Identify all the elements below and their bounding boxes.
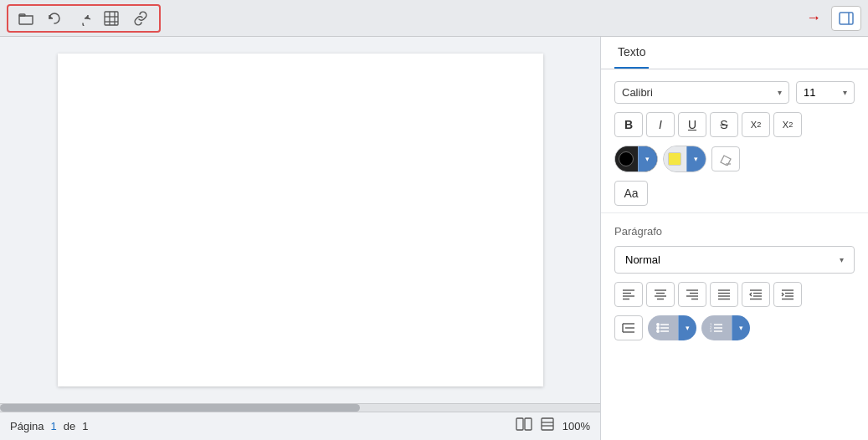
text-color-chevron-icon: ▾ [645, 155, 650, 163]
subscript-button[interactable]: X2 [773, 112, 802, 137]
font-size-value: 11 [804, 86, 815, 99]
page-canvas[interactable] [58, 54, 543, 386]
editor-content[interactable] [0, 37, 600, 403]
svg-rect-8 [516, 418, 523, 430]
insert-link-button[interactable] [127, 8, 154, 29]
toolbar-main-buttons [7, 4, 161, 33]
page-label: Página [10, 420, 44, 432]
superscript-button[interactable]: X2 [742, 112, 770, 137]
font-name: Calibri [622, 86, 653, 99]
editor-area: Página 1 de 1 [0, 37, 600, 440]
indent-decrease-button[interactable] [742, 282, 770, 307]
page-separator: de [64, 420, 75, 432]
align-left-button[interactable] [614, 282, 643, 307]
svg-point-42 [657, 324, 659, 325]
svg-rect-9 [525, 418, 532, 430]
color-row: ▾ ▾ [614, 146, 855, 172]
editor-footer: Página 1 de 1 [0, 412, 600, 440]
list-indent-button[interactable] [614, 315, 643, 340]
align-justify-button[interactable] [710, 282, 738, 307]
align-center-button[interactable] [646, 282, 675, 307]
svg-text:3: 3 [710, 329, 712, 333]
zoom-level: 100% [562, 420, 590, 432]
alignment-row [614, 282, 855, 307]
font-row: Calibri ▾ 11 ▾ [614, 81, 855, 104]
text-section: Calibri ▾ 11 ▾ B I U S X2 X2 [601, 69, 868, 212]
font-size-select[interactable]: 11 ▾ [796, 81, 855, 104]
strikethrough-button[interactable]: S [710, 112, 738, 137]
character-style-button[interactable]: Aa [614, 181, 648, 206]
svg-rect-6 [840, 13, 853, 24]
font-family-select[interactable]: Calibri ▾ [614, 81, 789, 104]
right-panel: Texto Calibri ▾ 11 ▾ B I U S X2 [600, 37, 868, 440]
align-right-button[interactable] [678, 282, 706, 307]
list-row: ▾ 1 2 3 [614, 315, 855, 340]
character-style-row: Aa [614, 181, 855, 206]
numbered-list-chevron-icon: ▾ [739, 324, 743, 332]
page-current: 1 [50, 420, 56, 432]
svg-rect-1 [105, 12, 118, 25]
insert-table-button[interactable] [99, 8, 124, 29]
highlight-color-button[interactable]: ▾ [663, 146, 706, 172]
redo-button[interactable] [70, 8, 95, 29]
tab-texto[interactable]: Texto [614, 37, 649, 69]
arrow-indicator: → [806, 9, 821, 27]
open-button[interactable] [13, 8, 39, 29]
footer-right: 100% [516, 417, 590, 435]
view-mode-icon[interactable] [516, 417, 532, 435]
svg-rect-10 [542, 418, 553, 430]
panel-toggle-button[interactable] [831, 6, 861, 31]
numbered-list-button[interactable]: 1 2 3 ▾ [701, 315, 750, 340]
toolbar: → [0, 0, 868, 37]
svg-point-43 [657, 327, 659, 329]
panel-tab-bar: Texto [601, 37, 868, 69]
clear-format-button[interactable] [711, 146, 740, 171]
view-single-icon[interactable] [541, 417, 554, 435]
font-size-chevron-icon: ▾ [843, 88, 847, 97]
horizontal-scrollbar[interactable] [0, 403, 600, 412]
scrollbar-thumb[interactable] [0, 404, 360, 412]
svg-point-44 [657, 330, 659, 332]
undo-button[interactable] [42, 8, 67, 29]
indent-increase-button[interactable] [773, 282, 802, 307]
bold-button[interactable]: B [614, 112, 643, 137]
aa-label: Aa [624, 187, 638, 200]
paragraph-section-title: Parágrafo [614, 225, 855, 238]
highlight-color-chevron-icon: ▾ [694, 155, 698, 163]
toolbar-right: → [806, 6, 861, 31]
paragraph-section: Parágrafo Normal ▾ [601, 212, 868, 356]
font-family-chevron-icon: ▾ [778, 88, 782, 97]
paragraph-style-select[interactable]: Normal ▾ [614, 246, 855, 274]
text-color-button[interactable]: ▾ [614, 146, 658, 172]
paragraph-style-value: Normal [625, 253, 660, 266]
page-total: 1 [82, 420, 88, 432]
main-area: Página 1 de 1 [0, 37, 868, 440]
underline-button[interactable]: U [678, 112, 706, 137]
italic-button[interactable]: I [646, 112, 675, 137]
bullet-list-chevron-icon: ▾ [686, 324, 690, 332]
bullet-list-button[interactable]: ▾ [648, 315, 696, 340]
format-buttons-row: B I U S X2 X2 [614, 112, 855, 137]
paragraph-style-chevron-icon: ▾ [840, 255, 844, 264]
